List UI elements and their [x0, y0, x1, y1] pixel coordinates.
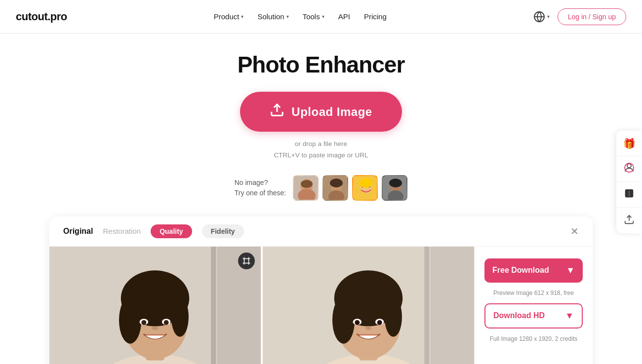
sample-images: [293, 175, 407, 201]
tab-restoration[interactable]: Restoration: [103, 227, 141, 235]
tab-original[interactable]: Original: [63, 227, 93, 236]
nav-product[interactable]: Product ▾: [214, 12, 244, 21]
svg-point-14: [360, 178, 372, 188]
upload-button[interactable]: Upload Image: [240, 92, 401, 132]
free-download-button[interactable]: Free Download ▼: [484, 258, 583, 283]
svg-point-30: [141, 320, 146, 325]
avatar-icon: [623, 162, 635, 176]
svg-point-27: [171, 297, 189, 337]
preview-info: Preview Image 612 x 918, free: [484, 290, 583, 296]
close-button[interactable]: ✕: [570, 225, 579, 237]
alert-button[interactable]: !: [616, 182, 642, 208]
hd-dropdown-arrow-icon: ▼: [565, 311, 574, 321]
svg-point-18: [389, 179, 402, 187]
upload-float-button[interactable]: [616, 208, 642, 233]
sample-thumb-1[interactable]: [293, 175, 319, 201]
nav: Product ▾ Solution ▾ Tools ▾ API Pricing: [214, 12, 387, 21]
demo-right-panel: Free Download ▼ Preview Image 612 x 918,…: [474, 247, 593, 364]
logo[interactable]: cutout.pro: [16, 10, 67, 23]
svg-rect-36: [424, 247, 429, 364]
svg-rect-33: [244, 258, 249, 263]
download-hd-button[interactable]: Download HD ▼: [484, 303, 583, 328]
chevron-down-icon: ▾: [322, 14, 324, 19]
login-button[interactable]: Log in / Sign up: [558, 8, 626, 25]
lang-chevron-icon: ▾: [547, 14, 550, 19]
demo-content: Free Download ▼ Preview Image 612 x 918,…: [49, 247, 593, 364]
gift-button[interactable]: 🎁: [616, 131, 642, 156]
svg-point-42: [385, 297, 402, 337]
chevron-down-icon: ▾: [241, 14, 243, 19]
language-button[interactable]: ▾: [533, 11, 550, 23]
gift-icon: 🎁: [623, 138, 636, 149]
header-right: ▾ Log in / Sign up: [533, 8, 626, 25]
sample-thumb-4[interactable]: [382, 175, 407, 201]
crop-icon[interactable]: [238, 253, 255, 269]
enhanced-image-panel: [263, 247, 474, 364]
float-sidebar: 🎁 !: [616, 131, 642, 233]
nav-api[interactable]: API: [338, 12, 350, 21]
sample-thumb-3[interactable]: [352, 175, 378, 201]
upload-float-icon: [624, 214, 635, 227]
svg-point-41: [332, 296, 355, 344]
svg-point-47: [365, 326, 372, 330]
nav-solution[interactable]: Solution ▾: [257, 12, 288, 21]
full-image-info: Full Image 1280 x 1920, 2 credits: [484, 335, 583, 342]
sample-row: No image? Try one of these:: [235, 175, 408, 201]
svg-point-31: [164, 320, 169, 325]
original-image-panel: [49, 247, 261, 364]
svg-rect-35: [431, 247, 474, 364]
svg-point-48: [627, 164, 631, 168]
avatar-button[interactable]: [616, 156, 642, 182]
tab-fidelity[interactable]: Fidelity: [202, 224, 244, 238]
svg-point-26: [119, 296, 141, 344]
nav-tools[interactable]: Tools ▾: [303, 12, 324, 21]
drop-hint: or drop a file here CTRL+V to paste imag…: [274, 139, 368, 161]
sample-label: No image? Try one of these:: [235, 178, 286, 198]
dropdown-arrow-icon: ▼: [566, 265, 575, 276]
demo-toolbar: Original Restoration Quality Fidelity ✕: [49, 217, 593, 247]
alert-icon: !: [624, 188, 635, 201]
nav-pricing[interactable]: Pricing: [364, 12, 387, 21]
svg-point-32: [152, 326, 159, 330]
upload-icon: [270, 103, 284, 121]
page-title: Photo Enhancer: [238, 51, 405, 78]
svg-point-46: [377, 320, 382, 325]
svg-point-45: [355, 320, 360, 325]
chevron-down-icon: ▾: [286, 14, 289, 19]
svg-point-9: [330, 179, 343, 187]
tab-quality[interactable]: Quality: [151, 224, 192, 238]
svg-text:!: !: [628, 190, 630, 197]
header: cutout.pro Product ▾ Solution ▾ Tools ▾ …: [0, 0, 642, 34]
sample-thumb-2[interactable]: [322, 175, 348, 201]
main-content: Photo Enhancer Upload Image or drop a fi…: [0, 34, 642, 364]
demo-panel: Original Restoration Quality Fidelity ✕: [49, 217, 593, 364]
svg-point-5: [301, 180, 313, 188]
svg-rect-21: [211, 247, 216, 364]
